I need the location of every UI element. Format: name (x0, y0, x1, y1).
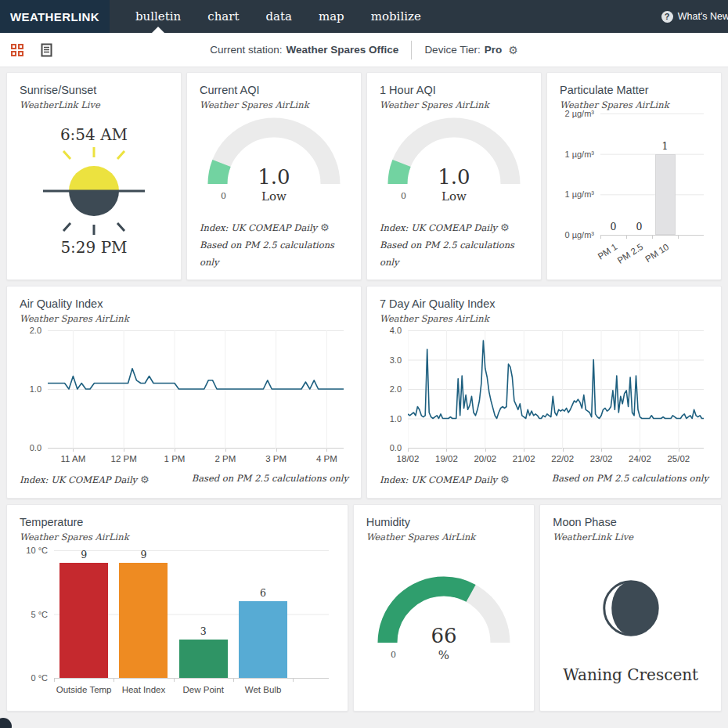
help-icon: ? (661, 11, 673, 23)
hour-aqi-gauge: 1.0Low0 (380, 110, 528, 218)
tab-data[interactable]: data (252, 0, 305, 33)
dashboard: Sunrise/Sunset WeatherLink Live 6:54 AM (0, 67, 728, 716)
current-station-label: Current station: (210, 44, 282, 56)
corner-floating-button[interactable] (0, 718, 12, 728)
tab-chart[interactable]: chart (194, 0, 252, 33)
card-source: Weather Spares AirLink (200, 99, 348, 110)
aqi-7day-chart: 4.03.02.01.00.018/0219/0220/0221/0222/02… (380, 330, 708, 467)
card-title: Moon Phase (553, 516, 708, 528)
aqi-line-chart: 2.01.00.011 AM12 PM1 PM2 PM3 PM4 PM (20, 330, 348, 467)
current-aqi-gauge: 1.0Low0 (200, 110, 348, 218)
card-title: Sunrise/Sunset (20, 84, 168, 96)
card-footer: Index: UK COMEAP Daily⚙ Based on PM 2.5 … (380, 218, 528, 272)
particulate-matter-chart: 0012 µg/m³1 µg/m³1 µg/m³0 µg/m³PM 1PM 2.… (560, 114, 708, 272)
footer-index: Index: UK COMEAP Daily (20, 474, 137, 485)
app-root: WEATHERLINK bulletin chart data map mobi… (0, 0, 728, 716)
station-info: Current station: Weather Spares Office D… (0, 41, 728, 59)
whats-new-label: What's New (678, 11, 728, 22)
tab-map[interactable]: map (305, 0, 358, 33)
moon-phase-name: Waning Crescent (563, 665, 698, 684)
aqi-index-gear-icon[interactable]: ⚙ (500, 222, 510, 233)
weatherlink-logo[interactable]: WEATHERLINK (0, 0, 110, 33)
card-1-hour-aqi: 1 Hour AQI Weather Spares AirLink 1.0Low… (366, 72, 542, 280)
device-tier-gear-icon[interactable]: ⚙ (508, 44, 518, 56)
card-title: Particulate Matter (560, 84, 708, 96)
humidity-gauge: 66%0 (366, 542, 522, 703)
sun-horizon-icon (39, 147, 149, 235)
temperature-chart: 993610 °C5 °C0 °COutside TempHeat IndexD… (20, 550, 335, 699)
card-source: Weather Spares AirLink (380, 313, 708, 324)
toolbar: Current station: Weather Spares Office D… (0, 33, 728, 67)
footer-note: Based on PM 2.5 calculations only (192, 470, 348, 490)
divider (411, 41, 412, 59)
card-title: Air Quality Index (20, 297, 348, 310)
card-source: WeatherLink Live (20, 99, 168, 110)
card-sunrise-sunset: Sunrise/Sunset WeatherLink Live 6:54 AM (6, 72, 182, 280)
sunrise-time: 6:54 AM (60, 125, 128, 144)
card-source: Weather Spares AirLink (380, 99, 528, 110)
top-navbar: WEATHERLINK bulletin chart data map mobi… (0, 0, 728, 33)
device-tier-value: Pro (485, 44, 503, 56)
footer-note: Based on PM 2.5 calculations only (552, 470, 708, 490)
row-1: Sunrise/Sunset WeatherLink Live 6:54 AM (6, 72, 722, 280)
whats-new-link[interactable]: ? What's New (661, 0, 728, 33)
card-source: WeatherLink Live (553, 532, 708, 542)
sunrise-sunset-display: 6:54 AM 5:29 PM (20, 110, 168, 272)
footer-note: Based on PM 2.5 calculations only (380, 237, 528, 272)
nav-tabs: bulletin chart data map mobilize (122, 0, 434, 33)
card-source: Weather Spares AirLink (20, 313, 348, 324)
card-footer: Index: UK COMEAP Daily⚙ Based on PM 2.5 … (380, 470, 708, 490)
card-source: Weather Spares AirLink (366, 532, 522, 542)
card-7day-air-quality-index: 7 Day Air Quality Index Weather Spares A… (366, 286, 722, 499)
card-source: Weather Spares AirLink (20, 532, 335, 542)
tab-mobilize[interactable]: mobilize (358, 0, 434, 33)
waning-crescent-moon-icon (585, 562, 677, 654)
row-2: Air Quality Index Weather Spares AirLink… (6, 286, 722, 499)
footer-note: Based on PM 2.5 calculations only (200, 237, 348, 272)
card-title: 7 Day Air Quality Index (380, 297, 708, 310)
grid-view-icon[interactable] (11, 44, 23, 56)
footer-index: Index: UK COMEAP Daily (380, 222, 497, 233)
aqi-index-gear-icon[interactable]: ⚙ (500, 474, 510, 485)
card-moon-phase: Moon Phase WeatherLink Live Waning Cresc… (539, 504, 722, 712)
card-air-quality-index: Air Quality Index Weather Spares AirLink… (6, 286, 362, 499)
card-title: Humidity (366, 516, 522, 528)
card-footer: Index: UK COMEAP Daily⚙ Based on PM 2.5 … (200, 218, 348, 272)
card-current-aqi: Current AQI Weather Spares AirLink 1.0Lo… (186, 72, 362, 280)
card-title: Temperature (20, 516, 335, 528)
footer-index: Index: UK COMEAP Daily (200, 222, 317, 233)
device-tier-label: Device Tier: (424, 44, 480, 56)
sunset-time: 5:29 PM (60, 238, 127, 257)
card-temperature: Temperature Weather Spares AirLink 99361… (6, 504, 348, 712)
aqi-index-gear-icon[interactable]: ⚙ (140, 474, 150, 485)
bulletin-list-icon[interactable] (41, 43, 52, 57)
current-station-value[interactable]: Weather Spares Office (287, 44, 399, 56)
card-humidity: Humidity Weather Spares AirLink 66%0 (353, 504, 535, 712)
card-title: 1 Hour AQI (380, 84, 528, 96)
row-3: Temperature Weather Spares AirLink 99361… (6, 504, 722, 712)
tab-bulletin[interactable]: bulletin (122, 0, 194, 33)
card-particulate-matter: Particulate Matter Weather Spares AirLin… (546, 72, 722, 280)
card-title: Current AQI (200, 84, 348, 96)
footer-index: Index: UK COMEAP Daily (380, 474, 497, 485)
aqi-index-gear-icon[interactable]: ⚙ (320, 222, 330, 233)
card-footer: Index: UK COMEAP Daily⚙ Based on PM 2.5 … (20, 470, 348, 490)
moon-phase-display: Waning Crescent (553, 542, 708, 703)
